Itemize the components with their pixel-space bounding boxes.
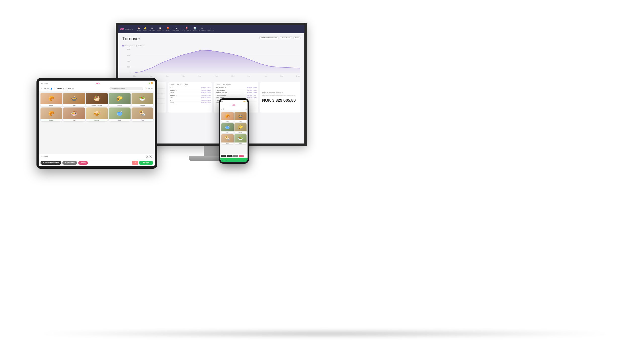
svg-text:2 Jan: 2 Jan: [150, 76, 152, 77]
nav-settings-label: SETTINGS: [199, 30, 206, 31]
food-label-9: Bowl: [109, 119, 130, 121]
total-amount-tablet: 0.00: [146, 155, 152, 159]
person-icon[interactable]: 👤: [50, 88, 53, 90]
phone-cat-bar: OPTC... OPTC... GLUTE... OTHER: [220, 154, 248, 158]
monitor-stand-neck: [204, 146, 219, 156]
food-card-6[interactable]: 🥐 Pastries: [41, 108, 62, 121]
date-controls: 01.01.2022 / 13.01.202 Refresh rate Shop: [259, 36, 300, 39]
nav-sales[interactable]: 💰 SALES: [143, 27, 147, 31]
nav-stocks[interactable]: ▦ STOCKS: [149, 27, 155, 31]
phone-food-card-6[interactable]: 🥗 Salad: [234, 134, 247, 144]
total-amount: NOK 3 829 605,80: [262, 98, 298, 103]
tablet-nav: 🖨 ☰ ⊞ 👤 ‹ BLACK SHEEP COFFEE 📍 ⊞ ▤: [39, 86, 155, 91]
nav-home[interactable]: 🏠 HOME: [137, 27, 141, 31]
total-section-title: TOTAL TURNOVER OF NONCE: [262, 92, 298, 94]
food-card-10[interactable]: 🌯 Wrap: [132, 108, 153, 121]
phone-wrapper: 9:31 📶 🔋 GO ‹ ☰ ⊞: [219, 98, 249, 164]
category-btn-glutenfree[interactable]: GLUTEN FREE: [62, 161, 77, 165]
nav-logout-label: LOG-OUT: [208, 30, 214, 31]
phone-logo: GO: [232, 104, 235, 106]
phone-cat-btn-4[interactable]: OTHER: [239, 155, 244, 157]
phone-grid-view-icon[interactable]: ⊞: [246, 108, 247, 110]
view-list-icon[interactable]: ▤: [151, 88, 153, 90]
total-note: Swipe between calculated from the total …: [262, 95, 298, 96]
list-icon[interactable]: ☰: [44, 88, 46, 90]
wifi-icon: 📶: [151, 82, 153, 84]
svg-text:6,000: 6,000: [127, 55, 131, 56]
food-label-2: Soup: [63, 104, 85, 106]
device-shadow: [30, 330, 619, 337]
phone-food-img-5: 🌯: [221, 134, 234, 142]
food-label-7: Soup: [63, 119, 85, 121]
food-card-1[interactable]: 🥐 Pastries: [41, 93, 62, 106]
food-img-10: 🌯: [132, 108, 153, 119]
phone-cat-btn-1[interactable]: OPTC...: [221, 155, 226, 157]
turnover-chart: 8,000 6,000 4,000 2,000 0: [122, 48, 300, 80]
phone-food-card-2[interactable]: 🍲 Soup: [234, 112, 247, 122]
food-card-3[interactable]: 🥙 Duo Bowl & Souvlaki: [86, 93, 108, 106]
phone-screen: 9:31 📶 🔋 GO ‹ ☰ ⊞: [219, 98, 249, 164]
printer-icon[interactable]: 🖨: [41, 88, 43, 90]
phone-food-img-1: 🥐: [221, 112, 234, 120]
phone-back-icon[interactable]: ‹: [221, 108, 222, 110]
phone-food-card-3[interactable]: 🥣 Bowl: [221, 123, 234, 133]
tender-button[interactable]: TENDER: [139, 161, 153, 165]
tablet-nav-icons: 🖨 ☰ ⊞ 👤: [41, 88, 53, 90]
nav-reps[interactable]: 📊 REPS: [193, 27, 197, 31]
food-img-6: 🥐: [41, 108, 62, 119]
nav-drops-label: DROPS: [166, 30, 170, 31]
reg-name-3: Lade 2NOK 464 811,30: [170, 91, 211, 94]
want-4: PetXL KristiansandNOK 339 440,57: [216, 94, 257, 96]
legend-last-dot: [136, 45, 137, 47]
delete-button[interactable]: ✕: [132, 161, 138, 165]
food-card-8[interactable]: 🥪 Sandwich: [86, 108, 108, 121]
food-label-5: Cold Food: [132, 104, 153, 106]
nav-settings[interactable]: ⚙ SETTINGS: [199, 27, 206, 31]
phone-food-card-4[interactable]: 🌮 Hot Food: [234, 123, 247, 133]
nav-drops[interactable]: 🎁 DROPS: [166, 27, 170, 31]
location-icon[interactable]: 📍: [145, 88, 147, 90]
want-1: Oslo Dyrsbukta ASNOK 945 011,89: [216, 86, 257, 89]
food-card-2[interactable]: 🍲 Soup: [63, 93, 85, 106]
category-btn-other[interactable]: OTHER: [78, 161, 88, 165]
phone-food-img-2: 🍲: [234, 112, 247, 120]
nav-invoices[interactable]: 📋 INVOICES: [157, 27, 164, 31]
search-input[interactable]: [110, 87, 143, 90]
reg-name-5: Lade 1NOK 376 483,31: [170, 96, 211, 99]
phone-cat-btn-2[interactable]: OPTC...: [227, 155, 232, 157]
reps-icon: 📊: [193, 27, 196, 29]
food-card-9[interactable]: 🥣 Bowl: [109, 108, 130, 121]
refresh-button[interactable]: Refresh rate: [280, 36, 292, 39]
phone-food-card-5[interactable]: 🌯 Wrap: [221, 134, 234, 144]
food-grid: 🥐 Pastries 🍲 Soup 🥙 Duo Bowl & Souvlaki …: [39, 91, 155, 123]
shop-button[interactable]: Shop: [293, 36, 300, 39]
nav-discounts-label: DISCOUNTS: [172, 30, 180, 31]
phone-cat-btn-3[interactable]: GLUTE...: [232, 155, 238, 157]
food-img-7: 🍜: [63, 108, 85, 119]
phone-food-card-1[interactable]: 🥐 Pastries: [221, 112, 234, 122]
food-card-7[interactable]: 🍜 Soup: [63, 108, 85, 121]
food-label-1: Pastries: [41, 104, 62, 106]
nav-discounts[interactable]: ◆ DISCOUNTS: [172, 27, 180, 31]
grid-icon[interactable]: ⊞: [47, 88, 49, 90]
nav-giftcards[interactable]: 🎴 GIFT CARDS: [183, 27, 191, 31]
food-card-5[interactable]: 🥗 Cold Food: [132, 93, 153, 106]
svg-text:10 Jan: 10 Jan: [280, 76, 284, 77]
back-button[interactable]: ‹: [55, 88, 55, 89]
total-label-tablet: Total GBP: [42, 156, 48, 158]
category-btn-blacksheep[interactable]: BLACK SHEEP COFFEE: [41, 161, 61, 165]
phone-status-icons: 📶 🔋: [244, 101, 247, 102]
reg-name-4: Stavanger 2NOK 310 014,08: [170, 94, 211, 96]
reg-name-1: Od 2NOK 547 165,31: [170, 86, 211, 89]
sales-icon: 💰: [144, 27, 146, 29]
svg-text:9 Jan: 9 Jan: [264, 76, 267, 77]
view-grid-icon[interactable]: ⊞: [148, 88, 150, 90]
settings-icon: ⚙: [201, 27, 203, 29]
food-card-4[interactable]: 🌮 Hot Food: [109, 93, 130, 106]
food-img-2: 🍲: [63, 93, 85, 104]
svg-text:4 Jan: 4 Jan: [182, 76, 185, 77]
phone-total-amount: 39.96: [244, 159, 246, 161]
tablet-logo: GO: [96, 82, 100, 85]
phone-menu-icon[interactable]: ☰: [223, 108, 224, 110]
nav-logout[interactable]: → LOG-OUT: [208, 27, 214, 31]
